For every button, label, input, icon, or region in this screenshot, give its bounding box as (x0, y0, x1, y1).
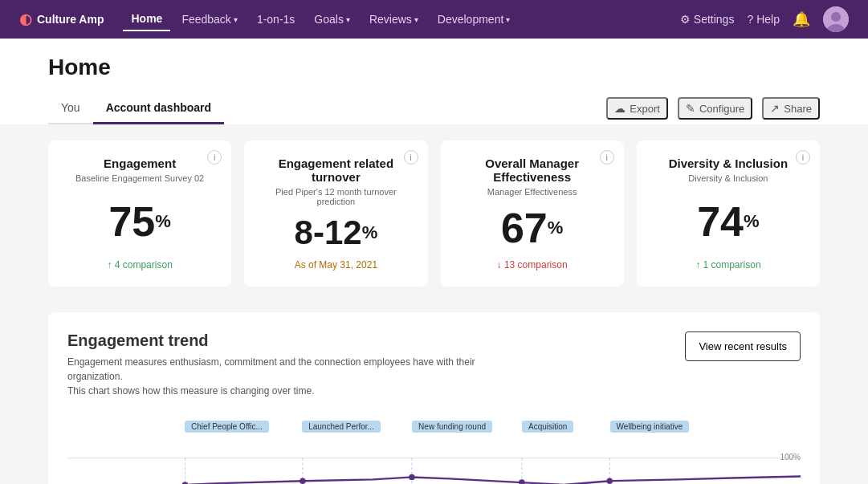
annotation-chief-people: Chief People Offic... (185, 421, 269, 433)
metric-card-manager: i Overall Manager Effectiveness Manager … (441, 140, 624, 287)
info-icon-manager[interactable]: i (600, 150, 614, 165)
trend-description-2: This chart shows how this measure is cha… (67, 384, 485, 398)
info-icon-diversity[interactable]: i (796, 150, 810, 165)
configure-icon: ✎ (686, 102, 695, 115)
nav-reviews[interactable]: Reviews ▾ (361, 8, 426, 31)
page-header: Home (0, 39, 868, 87)
diversity-number: 74 (697, 201, 744, 242)
configure-label: Configure (699, 103, 744, 115)
engagement-comparison: ↑ 4 comparison (64, 259, 215, 270)
navigation: ◐ Culture Amp Home Feedback ▾ 1-on-1s Go… (0, 0, 868, 39)
info-icon-engagement[interactable]: i (207, 150, 222, 165)
brand-logo[interactable]: ◐ Culture Amp (19, 10, 104, 28)
nav-development[interactable]: Development ▾ (430, 8, 519, 31)
trend-section: Engagement trend Engagement measures ent… (48, 312, 820, 484)
reviews-chevron-icon: ▾ (414, 15, 418, 24)
manager-title: Overall Manager Effectiveness (457, 157, 608, 184)
content-area: i Engagement Baseline Engagement Survey … (0, 124, 868, 484)
annotation-new-funding: New funding round (412, 421, 492, 433)
trend-title: Engagement trend (67, 331, 485, 350)
nav-home[interactable]: Home (123, 7, 170, 31)
manager-comparison: ↓ 13 comparison (457, 259, 608, 270)
metric-card-engagement: i Engagement Baseline Engagement Survey … (48, 140, 231, 287)
page-title: Home (48, 55, 820, 87)
manager-number: 67 (501, 207, 548, 249)
trend-text: Engagement trend Engagement measures ent… (67, 331, 485, 398)
manager-value: 67% (457, 206, 608, 250)
share-label: Share (784, 103, 812, 115)
annotation-acquisition: Acquisition (522, 421, 573, 433)
nav-goals[interactable]: Goals ▾ (306, 8, 358, 31)
diversity-value: 74% (653, 193, 804, 250)
tab-you[interactable]: You (48, 93, 93, 124)
turnover-number: 8-12 (295, 216, 362, 250)
trend-description-1: Engagement measures enthusiasm, commitme… (67, 355, 485, 384)
turnover-comparison: As of May 31, 2021 (260, 259, 411, 270)
tabs: You Account dashboard (48, 93, 224, 124)
metric-card-turnover: i Engagement related turnover Pied Piper… (244, 140, 427, 287)
export-icon: ☁ (614, 102, 626, 115)
avatar[interactable] (823, 6, 849, 32)
notification-bell-icon[interactable]: 🔔 (793, 10, 810, 28)
svg-point-12 (300, 478, 306, 484)
engagement-number: 75 (108, 201, 155, 242)
chart-annotations-row: Chief People Offic... Launched Perfor...… (67, 421, 801, 449)
turnover-value: 8-12% (260, 216, 411, 250)
trend-chart-svg (67, 453, 801, 484)
share-button[interactable]: ↗ Share (762, 97, 820, 120)
diversity-title: Diversity & Inclusion (653, 157, 804, 170)
annotation-launched-perfor: Launched Perfor... (302, 421, 381, 433)
info-icon-turnover[interactable]: i (404, 150, 418, 165)
turnover-title: Engagement related turnover (260, 157, 411, 184)
nav-1on1s[interactable]: 1-on-1s (249, 8, 303, 31)
engagement-value: 75% (64, 193, 215, 250)
svg-point-15 (606, 478, 613, 484)
export-label: Export (630, 103, 660, 115)
configure-button[interactable]: ✎ Configure (678, 97, 752, 120)
y-label-top: 100% (780, 453, 801, 462)
help-label: Help (756, 13, 780, 26)
trend-header: Engagement trend Engagement measures ent… (48, 312, 820, 411)
nav-right: ⚙ Settings ? Help 🔔 (680, 6, 849, 32)
diversity-subtitle: Diversity & Inclusion (653, 173, 804, 183)
nav-links: Home Feedback ▾ 1-on-1s Goals ▾ Reviews … (123, 7, 660, 31)
svg-point-13 (409, 474, 415, 481)
tabs-row: You Account dashboard ☁ Export ✎ Configu… (0, 87, 868, 124)
metric-cards: i Engagement Baseline Engagement Survey … (48, 140, 820, 287)
tab-account-dashboard[interactable]: Account dashboard (93, 93, 224, 124)
turnover-subtitle: Pied Piper's 12 month turnover predictio… (260, 187, 411, 206)
goals-chevron-icon: ▾ (346, 15, 350, 24)
chart-area: Chief People Offic... Launched Perfor...… (48, 411, 820, 484)
feedback-chevron-icon: ▾ (234, 15, 238, 24)
share-icon: ↗ (770, 102, 780, 115)
help-link[interactable]: ? Help (747, 13, 780, 26)
engagement-title: Engagement (64, 157, 215, 170)
nav-feedback[interactable]: Feedback ▾ (173, 8, 245, 31)
diversity-comparison: ↑ 1 comparison (653, 259, 804, 270)
logo-icon: ◐ (19, 10, 32, 28)
svg-point-14 (519, 479, 525, 484)
help-icon: ? (747, 13, 753, 26)
chart-svg-container: 100% 2000 (67, 453, 801, 484)
brand-name: Culture Amp (37, 13, 104, 26)
manager-subtitle: Manager Effectiveness (457, 187, 608, 197)
settings-label: Settings (694, 13, 735, 26)
view-recent-results-button[interactable]: View recent results (685, 331, 801, 361)
metric-card-diversity: i Diversity & Inclusion Diversity & Incl… (637, 140, 820, 287)
export-button[interactable]: ☁ Export (606, 97, 668, 120)
annotation-wellbeing: Wellbeing initiative (610, 421, 690, 433)
development-chevron-icon: ▾ (506, 15, 510, 24)
gear-icon: ⚙ (680, 13, 691, 26)
engagement-subtitle: Baseline Engagement Survey 02 (64, 173, 215, 183)
svg-point-1 (831, 12, 841, 22)
tab-actions: ☁ Export ✎ Configure ↗ Share (606, 97, 820, 124)
settings-link[interactable]: ⚙ Settings (680, 13, 735, 26)
